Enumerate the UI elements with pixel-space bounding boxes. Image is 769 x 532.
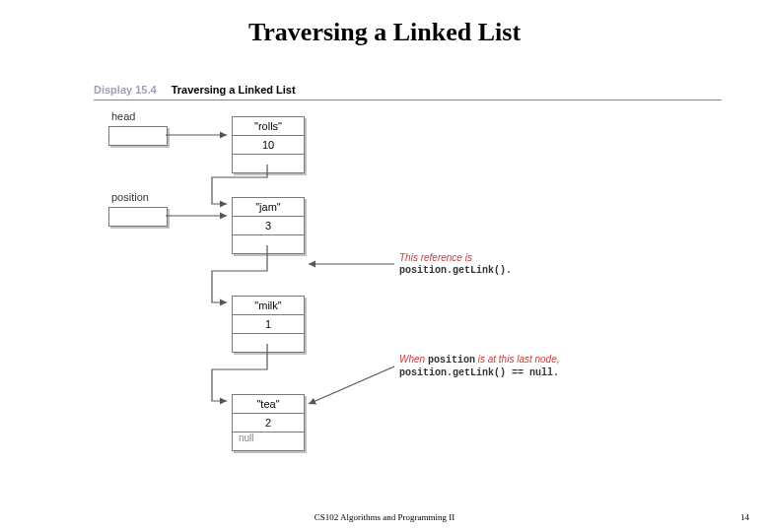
annotation-span: When bbox=[399, 354, 428, 365]
annotation-span: is at this last node, bbox=[475, 354, 560, 365]
display-caption: Traversing a Linked List bbox=[172, 84, 296, 96]
annotation-code: position.getLink(). bbox=[399, 264, 512, 277]
node-count: 3 bbox=[233, 216, 304, 234]
node-item: "milk" bbox=[233, 297, 304, 314]
footer-course: CS102 Algorithms and Programming II bbox=[0, 512, 769, 522]
annotation-text: This reference is bbox=[399, 251, 512, 264]
display-number: Display 15.4 bbox=[94, 84, 157, 96]
node-count: 1 bbox=[233, 314, 304, 333]
node-item: "jam" bbox=[233, 198, 304, 216]
annotation-getlink: This reference is position.getLink(). bbox=[399, 251, 512, 277]
footer-page-number: 14 bbox=[740, 512, 749, 522]
annotation-lastnode: When position is at this last node, posi… bbox=[399, 353, 560, 379]
node-milk: "milk" 1 bbox=[232, 296, 305, 353]
node-link-cell bbox=[233, 154, 304, 172]
node-count: 2 bbox=[233, 413, 304, 432]
arrows-svg bbox=[94, 108, 722, 502]
position-pointer-box bbox=[108, 207, 168, 227]
svg-line-3 bbox=[309, 366, 394, 404]
node-link-cell bbox=[233, 234, 304, 253]
head-pointer-box bbox=[108, 126, 168, 146]
annotation-text: When position is at this last node, bbox=[399, 353, 560, 366]
position-label: position bbox=[111, 191, 149, 203]
annotation-code: position.getLink() == null. bbox=[399, 366, 560, 379]
node-link-null: null bbox=[233, 432, 304, 450]
node-jam: "jam" 3 bbox=[232, 197, 305, 254]
node-item: "rolls" bbox=[233, 117, 304, 135]
node-link-cell bbox=[233, 333, 304, 352]
annotation-span: position bbox=[428, 355, 475, 366]
diagram-area: head position "rolls" 10 "jam" 3 "milk" … bbox=[94, 108, 722, 502]
page-title: Traversing a Linked List bbox=[0, 18, 769, 47]
node-rolls: "rolls" 10 bbox=[232, 116, 305, 173]
node-tea: "tea" 2 null bbox=[232, 394, 305, 451]
node-item: "tea" bbox=[233, 395, 304, 413]
display-header: Display 15.4 Traversing a Linked List bbox=[94, 84, 722, 100]
node-count: 10 bbox=[233, 135, 304, 154]
head-label: head bbox=[111, 110, 135, 122]
